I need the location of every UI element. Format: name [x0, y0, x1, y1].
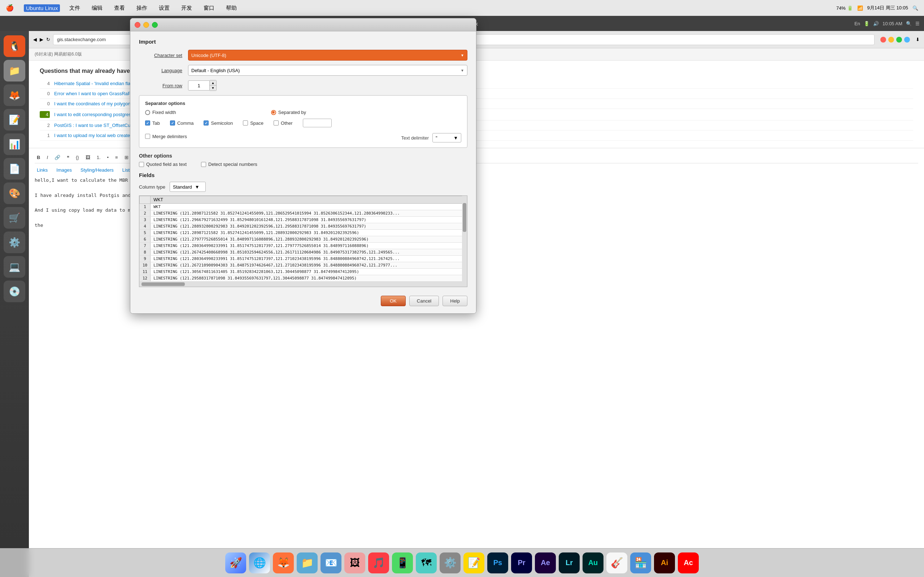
import-dialog: Import Character set Unicode (UTF-8) ▼ L…	[130, 18, 477, 314]
indent-button[interactable]: ≡	[113, 154, 120, 161]
vertical-scrollbar[interactable]	[462, 196, 467, 287]
help-button[interactable]: Help	[443, 296, 467, 306]
comma-checkbox[interactable]: Comma	[170, 121, 194, 126]
tab-links[interactable]: Links	[35, 166, 50, 174]
sidebar-amazon-icon[interactable]: 🛒	[3, 207, 25, 229]
dialog-close-button[interactable]	[135, 22, 141, 28]
text-delimiter-select[interactable]: " ▼	[432, 133, 461, 142]
quote-button[interactable]: ❝	[65, 154, 71, 161]
fixed-width-radio[interactable]: Fixed width	[145, 110, 176, 115]
dock-appstore[interactable]: 🏪	[630, 553, 651, 574]
apple-menu[interactable]: 🍎	[6, 4, 14, 12]
dock-maps[interactable]: 🗺	[416, 553, 437, 574]
traffic-maximize[interactable]	[896, 37, 902, 43]
dock-premiere[interactable]: Pr	[511, 553, 532, 574]
menubar-file[interactable]: 文件	[67, 4, 82, 12]
cancel-button[interactable]: Cancel	[409, 296, 439, 306]
sidebar-ubuntu-icon[interactable]: 🐧	[3, 35, 25, 57]
sidebar-writer-icon[interactable]: 📝	[3, 109, 25, 131]
sidebar-impress-icon[interactable]: 📄	[3, 158, 25, 180]
table-button[interactable]: ⊞	[122, 154, 131, 161]
ol-button[interactable]: 1.	[95, 154, 103, 161]
dock-firefox[interactable]: 🦊	[273, 553, 294, 574]
code-button[interactable]: {}	[74, 154, 81, 161]
menubar-view[interactable]: 查看	[112, 4, 127, 12]
tab-images[interactable]: Images	[54, 166, 74, 174]
sidebar-files-icon[interactable]: 📁	[3, 60, 25, 82]
other-value-input[interactable]	[303, 119, 332, 127]
nav-arrow-icon[interactable]: ⬇	[916, 37, 920, 42]
dock-mail[interactable]: 📧	[320, 553, 341, 574]
search-small-icon[interactable]: 🔍	[906, 21, 912, 26]
search-icon[interactable]: 🔍	[913, 5, 918, 11]
sidebar-disk-icon[interactable]: 💿	[3, 280, 25, 302]
dock-lightroom[interactable]: Lr	[559, 553, 580, 574]
dock-audition[interactable]: Au	[583, 553, 604, 574]
dialog-body: Import Character set Unicode (UTF-8) ▼ L…	[130, 31, 476, 313]
dock-files[interactable]: 📁	[297, 553, 318, 574]
dock-itunes[interactable]: 🎸	[606, 553, 627, 574]
dock-safari[interactable]: 🌐	[249, 553, 270, 574]
nav-refresh-icon[interactable]: ↻	[46, 37, 50, 42]
language-select[interactable]: Default - English (USA) ▼	[188, 65, 467, 76]
menubar-actions[interactable]: 操作	[134, 4, 149, 12]
question-link[interactable]: Error when I want to open GrassRaPlaT	[54, 91, 137, 96]
other-checkbox[interactable]: Other	[274, 121, 293, 126]
sidebar-settings-icon[interactable]: ⚙️	[3, 232, 25, 253]
quoted-field-checkbox[interactable]: Quoted field as text	[139, 161, 187, 167]
dock-music[interactable]: 🎵	[368, 553, 389, 574]
dock-settings[interactable]: ⚙️	[439, 553, 460, 574]
row-data: LINESTRING (121.296679271632499 31.85294…	[150, 217, 467, 223]
dock-photos[interactable]: 🖼	[344, 553, 365, 574]
dock-photoshop[interactable]: Ps	[487, 553, 508, 574]
dock-launchpad[interactable]: 🚀	[225, 553, 246, 574]
dock-aftereffects[interactable]: Ae	[535, 553, 556, 574]
menubar-edit[interactable]: 编辑	[89, 4, 105, 12]
ul-button[interactable]: •	[105, 154, 111, 161]
horizontal-scrollbar[interactable]	[139, 282, 467, 287]
traffic-fullscreen[interactable]	[904, 37, 910, 43]
traffic-minimize[interactable]	[888, 37, 894, 43]
dock-notes[interactable]: 📝	[464, 553, 485, 574]
dialog-buttons: OK Cancel Help	[139, 292, 467, 306]
nav-forward-icon[interactable]: ▶	[40, 37, 43, 42]
traffic-close[interactable]	[880, 37, 886, 43]
dock-acrobat[interactable]: Ac	[678, 553, 699, 574]
dialog-minimize-button[interactable]	[143, 22, 149, 28]
sidebar-store-icon[interactable]: 🎨	[3, 182, 25, 204]
character-set-select[interactable]: Unicode (UTF-8) ▼	[188, 50, 467, 61]
semicolon-checkbox[interactable]: Semicolon	[204, 121, 233, 126]
menubar-ubuntu[interactable]: Ubuntu Linux	[24, 4, 60, 12]
bold-button[interactable]: B	[35, 154, 42, 161]
other-options-row: Quoted field as text Detect special numb…	[139, 161, 467, 167]
italic-button[interactable]: I	[44, 154, 50, 161]
space-checkbox[interactable]: Space	[243, 121, 263, 126]
separated-by-radio[interactable]: Separated by	[271, 110, 306, 115]
menubar-dev[interactable]: 开发	[179, 4, 194, 12]
ok-button[interactable]: OK	[381, 296, 406, 306]
sidebar-terminal-icon[interactable]: 💻	[3, 256, 25, 278]
menu-icon[interactable]: ☰	[915, 21, 920, 26]
dialog-titlebar	[130, 18, 476, 31]
detect-special-checkbox[interactable]: Detect special numbers	[201, 161, 257, 167]
merge-delimiters-checkbox[interactable]: Merge delimiters	[145, 134, 187, 139]
from-row-input[interactable]	[188, 81, 210, 90]
sidebar-firefox-icon[interactable]: 🦊	[3, 84, 25, 106]
image-button[interactable]: 🖼	[83, 154, 92, 161]
menubar-help[interactable]: 帮助	[224, 4, 239, 12]
dialog-maximize-button[interactable]	[152, 22, 158, 28]
menubar-window[interactable]: 窗口	[201, 4, 216, 12]
row-data: LINESTRING (121.28987121582 31.852741241…	[150, 210, 467, 217]
dock-illustrator[interactable]: Ai	[654, 553, 675, 574]
spinner-up-button[interactable]: ▲	[210, 81, 216, 85]
spinner-down-button[interactable]: ▼	[210, 85, 216, 90]
dock-messages[interactable]: 📱	[392, 553, 413, 574]
menubar-settings[interactable]: 设置	[157, 4, 172, 12]
tab-checkbox[interactable]: Tab	[145, 121, 160, 126]
sidebar-calc-icon[interactable]: 📊	[3, 134, 25, 155]
from-row-spinner[interactable]: ▲ ▼	[188, 80, 216, 91]
tab-styling[interactable]: Styling/Headers	[78, 166, 116, 174]
nav-back-icon[interactable]: ◀	[33, 37, 37, 42]
link-button[interactable]: 🔗	[52, 154, 63, 161]
column-type-select[interactable]: Standard ▼	[170, 182, 206, 192]
